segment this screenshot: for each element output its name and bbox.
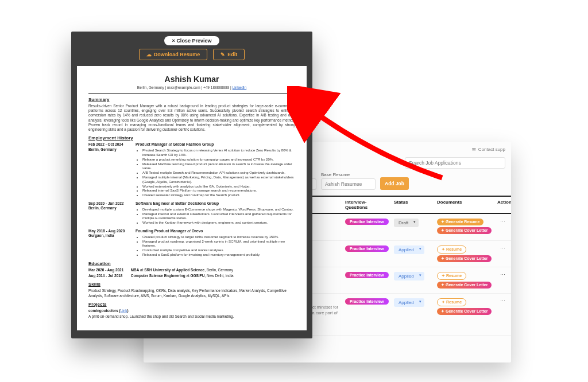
cloud-download-icon: ☁ [146, 52, 152, 57]
contact-support-link[interactable]: Contact supp [478, 147, 505, 152]
resume-document: Ashish Kumar Berlin, Germany | max@examp… [77, 66, 307, 330]
row-actions-menu[interactable]: ⋯ [494, 219, 511, 236]
col-actions: Action [494, 197, 511, 213]
col-interview: Interview-Questions [342, 197, 390, 213]
row-actions-menu[interactable]: ⋯ [494, 298, 511, 330]
preview-toolbar: × Close Preview ☁ Download Resume ✎ Edit [71, 32, 312, 66]
resume-contact: Berlin, Germany | max@example.com | +49 … [88, 85, 295, 93]
section-skills: Skills [88, 282, 295, 287]
generate-resume-button[interactable]: Generate Resume [437, 219, 483, 225]
practice-interview-button[interactable]: Practice Interview [345, 298, 389, 305]
generate-cover-letter-button[interactable]: Generate Cover Letter [437, 308, 492, 315]
generate-cover-letter-button[interactable]: Generate Cover Letter [437, 282, 492, 289]
summary-text: Results-driven Senior Product Manager wi… [88, 104, 295, 132]
employment-entry: May 2018 - Aug 2020Gurgaon, IndiaFoundin… [88, 229, 295, 258]
col-status: Status [390, 197, 434, 213]
resume-name: Ashish Kumar [88, 74, 295, 84]
section-summary: Summary [88, 97, 295, 103]
generate-cover-letter-button[interactable]: Generate Cover Letter [437, 227, 492, 234]
section-education: Education [88, 261, 295, 267]
status-select[interactable]: Applied [394, 245, 424, 254]
search-input[interactable] [405, 157, 505, 169]
practice-interview-button[interactable]: Practice Interview [345, 219, 389, 225]
section-employment: Employment History [88, 135, 295, 141]
add-job-button[interactable]: Add Job [380, 177, 409, 190]
resume-button[interactable]: Resume [437, 298, 466, 306]
section-projects: Projects [88, 302, 295, 307]
project-link[interactable]: Link [121, 309, 127, 313]
employment-entry: Feb 2022 - Oct 2024Berlin, GermanyProduc… [88, 142, 295, 198]
close-icon: × [172, 38, 175, 44]
employment-entry: Sep 2020 - Jan 2022Berlin, GermanySoftwa… [88, 201, 295, 225]
col-documents: Documents [434, 197, 494, 213]
resume-button[interactable]: Resume [437, 272, 466, 280]
project-title: comingoutcolors (Link) [88, 309, 295, 313]
education-entry: Mar 2020 - Aug 2021 MBA at SRH Universit… [88, 268, 295, 272]
base-resume-input[interactable] [321, 178, 376, 190]
generate-cover-letter-button[interactable]: Generate Cover Letter [437, 255, 492, 262]
practice-interview-button[interactable]: Practice Interview [345, 245, 389, 252]
mail-icon: ✉ [472, 147, 476, 152]
pencil-icon: ✎ [220, 52, 225, 57]
linkedin-link[interactable]: LinkedIn [233, 85, 247, 89]
status-select[interactable]: Applied [394, 298, 424, 307]
edit-button[interactable]: ✎ Edit [213, 49, 245, 60]
project-desc: A print-on-demand shop. Launched the sho… [88, 314, 295, 319]
status-select[interactable]: Draft [394, 219, 419, 227]
practice-interview-button[interactable]: Practice Interview [345, 272, 389, 278]
row-actions-menu[interactable]: ⋯ [494, 245, 511, 262]
education-entry: Aug 2014 - Jul 2018 Computer Science Eng… [88, 274, 295, 278]
close-preview-button[interactable]: × Close Preview [164, 36, 220, 45]
resume-preview-panel: × Close Preview ☁ Download Resume ✎ Edit… [71, 32, 312, 338]
resume-button[interactable]: Resume [437, 245, 466, 254]
skills-text: Product Strategy, Product Roadmapping, O… [88, 289, 295, 298]
row-actions-menu[interactable]: ⋯ [494, 272, 511, 289]
download-resume-button[interactable]: ☁ Download Resume [139, 49, 208, 60]
base-resume-label: Base Resume [321, 172, 376, 177]
status-select[interactable]: Applied [394, 272, 424, 280]
